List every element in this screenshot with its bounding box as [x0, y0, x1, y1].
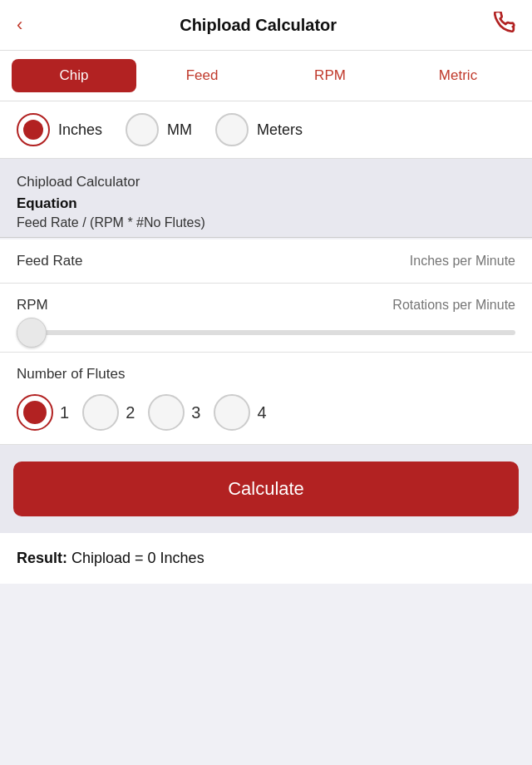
result-section: Result: Chipload = 0 Inches — [0, 533, 532, 584]
unit-inches-label: Inches — [58, 121, 102, 139]
flute-option-2[interactable]: 2 — [82, 394, 135, 431]
app-header: ‹ Chipload Calculator — [0, 0, 532, 51]
tab-bar: Chip Feed RPM Metric — [0, 51, 532, 101]
flute-label-3: 3 — [191, 403, 200, 422]
rpm-input[interactable] — [125, 298, 515, 313]
rpm-label: RPM — [17, 297, 125, 313]
feed-rate-label: Feed Rate — [17, 253, 125, 269]
unit-meters-radio[interactable] — [215, 113, 249, 146]
flute-option-3[interactable]: 3 — [148, 394, 200, 431]
feed-rate-input[interactable] — [125, 254, 515, 269]
flute-radio-4[interactable] — [214, 394, 250, 431]
flute-radio-3[interactable] — [148, 394, 185, 431]
phone-button[interactable] — [494, 12, 515, 38]
flute-option-1[interactable]: 1 — [17, 394, 69, 431]
flutes-section: Number of Flutes 1 2 3 4 — [0, 353, 532, 445]
result-value: Chipload = 0 Inches — [67, 550, 204, 566]
divider-1 — [0, 237, 532, 238]
unit-mm-radio[interactable] — [126, 113, 159, 146]
rpm-slider-row — [0, 317, 532, 353]
rpm-row: RPM — [0, 284, 532, 317]
unit-mm-label: MM — [167, 121, 192, 139]
result-display: Result: Chipload = 0 Inches — [17, 550, 204, 566]
tab-metric[interactable]: Metric — [396, 59, 520, 92]
rpm-slider[interactable] — [17, 330, 515, 335]
calculate-section: Calculate — [0, 445, 532, 533]
info-box: Chipload Calculator Equation Feed Rate /… — [0, 159, 532, 237]
back-button[interactable]: ‹ — [17, 14, 22, 36]
input-section: Feed Rate RPM — [0, 239, 532, 353]
calculate-button[interactable]: Calculate — [13, 461, 519, 516]
unit-meters[interactable]: Meters — [215, 113, 303, 146]
unit-meters-label: Meters — [257, 121, 303, 139]
unit-mm[interactable]: MM — [126, 113, 192, 146]
flute-option-4[interactable]: 4 — [214, 394, 266, 431]
equation-label: Equation — [17, 195, 515, 212]
page-title: Chipload Calculator — [180, 16, 337, 35]
result-prefix: Result: — [17, 550, 67, 566]
flutes-label: Number of Flutes — [17, 366, 515, 382]
flute-label-4: 4 — [257, 403, 266, 422]
tab-rpm[interactable]: RPM — [268, 59, 392, 92]
tab-chip[interactable]: Chip — [12, 59, 136, 92]
tab-feed[interactable]: Feed — [140, 59, 264, 92]
equation-text: Feed Rate / (RPM * #No Flutes) — [17, 215, 515, 230]
flutes-options: 1 2 3 4 — [17, 394, 515, 431]
flute-label-2: 2 — [126, 403, 135, 422]
unit-selector: Inches MM Meters — [0, 101, 532, 159]
flute-radio-1[interactable] — [17, 394, 53, 431]
unit-inches[interactable]: Inches — [17, 113, 102, 146]
unit-inches-radio[interactable] — [17, 113, 50, 146]
feed-rate-row: Feed Rate — [0, 239, 532, 284]
flute-radio-inner-1 — [23, 401, 47, 424]
flute-radio-2[interactable] — [82, 394, 119, 431]
flute-label-1: 1 — [60, 403, 69, 422]
calculator-title: Chipload Calculator — [17, 174, 515, 190]
unit-inches-radio-inner — [23, 120, 43, 140]
